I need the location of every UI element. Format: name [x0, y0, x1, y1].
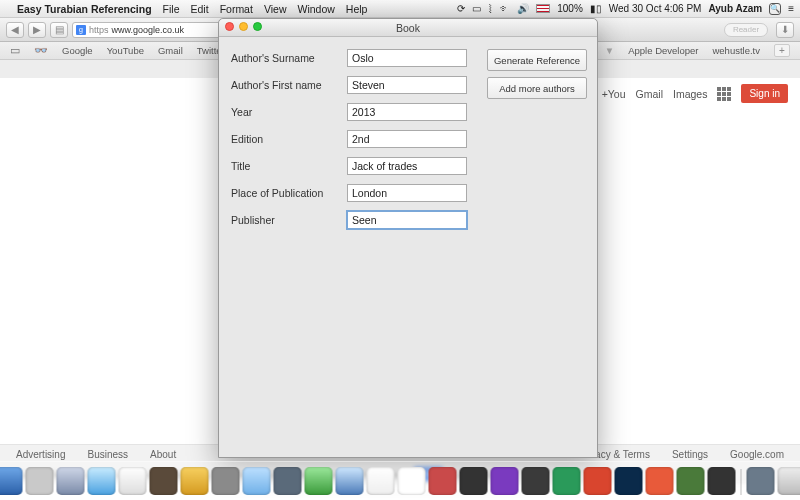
dock-app-icon-9[interactable] — [677, 467, 705, 495]
reader-button[interactable]: Reader — [724, 23, 768, 37]
footer-settings[interactable]: Settings — [672, 449, 708, 460]
dock-app-icon-5[interactable] — [522, 467, 550, 495]
dock-app-icon-10[interactable] — [708, 467, 736, 495]
minimize-window-button[interactable] — [239, 22, 248, 31]
reading-list-icon[interactable]: 👓 — [34, 44, 48, 57]
menu-window[interactable]: Window — [297, 3, 334, 15]
dock-trash-icon[interactable] — [778, 467, 801, 495]
footer-google-com[interactable]: Google.com — [730, 449, 784, 460]
volume-icon[interactable]: 🔊 — [517, 3, 529, 14]
dock-app-icon-3[interactable] — [429, 467, 457, 495]
dock — [0, 461, 800, 499]
dock-notes-icon[interactable] — [181, 467, 209, 495]
wifi-icon[interactable]: ᯤ — [500, 3, 510, 14]
flag-uk-icon[interactable] — [536, 4, 550, 13]
dock-app-icon-7[interactable] — [584, 467, 612, 495]
google-favicon-icon: g — [76, 25, 86, 35]
app-name[interactable]: Easy Turabian Referencing — [17, 3, 152, 15]
place-label: Place of Publication — [231, 187, 347, 199]
dock-skype-icon[interactable] — [367, 467, 395, 495]
url-text: www.google.co.uk — [112, 25, 185, 35]
menubar-status: ⟳ ▭ ⦚ ᯤ 🔊 100% ▮▯ Wed 30 Oct 4:06 PM Ayu… — [457, 3, 794, 15]
footer-advertising[interactable]: Advertising — [16, 449, 65, 460]
firstname-label: Author's First name — [231, 79, 347, 91]
dock-app-icon-8[interactable] — [646, 467, 674, 495]
dock-ical-icon[interactable] — [119, 467, 147, 495]
menu-help[interactable]: Help — [346, 3, 368, 15]
display-icon[interactable]: ▭ — [472, 3, 481, 14]
dock-app-icon-2[interactable] — [305, 467, 333, 495]
year-input[interactable] — [347, 103, 467, 121]
clock[interactable]: Wed 30 Oct 4:06 PM — [609, 3, 702, 14]
year-label: Year — [231, 106, 347, 118]
images-link[interactable]: Images — [673, 88, 707, 100]
sign-in-button[interactable]: Sign in — [741, 84, 788, 103]
apps-grid-icon[interactable] — [717, 87, 731, 101]
bookmark-gmail[interactable]: Gmail — [158, 45, 183, 56]
menu-file[interactable]: File — [163, 3, 180, 15]
dock-safari-icon[interactable] — [88, 467, 116, 495]
edition-input[interactable] — [347, 130, 467, 148]
notification-center-icon[interactable]: ≡ — [788, 3, 794, 14]
bookmark-apple-dev[interactable]: Apple Developer — [628, 45, 698, 56]
surname-label: Author's Surname — [231, 52, 347, 64]
place-input[interactable] — [347, 184, 467, 202]
dock-facetime-icon[interactable] — [274, 467, 302, 495]
plus-you-link[interactable]: +You — [602, 88, 626, 100]
surname-input[interactable] — [347, 49, 467, 67]
window-titlebar[interactable]: Book — [219, 19, 597, 37]
menu-view[interactable]: View — [264, 3, 287, 15]
sync-icon[interactable]: ⟳ — [457, 3, 465, 14]
bookmark-wehustle[interactable]: wehustle.tv — [712, 45, 760, 56]
dock-app-icon[interactable] — [26, 467, 54, 495]
close-window-button[interactable] — [225, 22, 234, 31]
footer-about[interactable]: About — [150, 449, 176, 460]
generate-reference-button[interactable]: Generate Reference — [487, 49, 587, 71]
dock-photoshop-icon[interactable] — [615, 467, 643, 495]
dock-messages-icon[interactable] — [243, 467, 271, 495]
google-header: +You Gmail Images Sign in — [602, 84, 788, 103]
title-input[interactable] — [347, 157, 467, 175]
bookmark-youtube[interactable]: YouTube — [107, 45, 144, 56]
publisher-label: Publisher — [231, 214, 347, 226]
forward-button[interactable]: ▶ — [28, 22, 46, 38]
dock-separator — [741, 469, 742, 495]
user-name[interactable]: Ayub Azam — [708, 3, 762, 14]
add-bookmark-button[interactable]: + — [774, 44, 790, 57]
gmail-link[interactable]: Gmail — [636, 88, 663, 100]
firstname-input[interactable] — [347, 76, 467, 94]
dock-preview-icon[interactable] — [212, 467, 240, 495]
download-button[interactable]: ⬇ — [776, 22, 794, 38]
https-label: https — [89, 25, 109, 35]
dock-app-icon-6[interactable] — [553, 467, 581, 495]
dock-downloads-icon[interactable] — [747, 467, 775, 495]
battery-text[interactable]: 100% — [557, 3, 583, 14]
dock-finder-icon[interactable] — [0, 467, 23, 495]
footer-business[interactable]: Business — [87, 449, 128, 460]
zoom-window-button[interactable] — [253, 22, 262, 31]
dock-calendar-icon[interactable] — [398, 467, 426, 495]
battery-icon[interactable]: ▮▯ — [590, 3, 602, 14]
dock-terminal-icon[interactable] — [460, 467, 488, 495]
bookmarks-button[interactable]: ▤ — [50, 22, 68, 38]
title-label: Title — [231, 160, 347, 172]
mac-menubar: Easy Turabian Referencing File Edit Form… — [0, 0, 800, 18]
menu-format[interactable]: Format — [220, 3, 253, 15]
traffic-lights — [225, 22, 262, 31]
dock-app-icon-4[interactable] — [491, 467, 519, 495]
bookmark-google[interactable]: Google — [62, 45, 93, 56]
add-more-authors-button[interactable]: Add more authors — [487, 77, 587, 99]
dock-appstore-icon[interactable] — [336, 467, 364, 495]
spotlight-icon[interactable]: 🔍 — [769, 3, 781, 15]
dock-mail-icon[interactable] — [57, 467, 85, 495]
dock-contacts-icon[interactable] — [150, 467, 178, 495]
menu-edit[interactable]: Edit — [191, 3, 209, 15]
window-title: Book — [396, 22, 420, 34]
book-reference-window: Book Generate Reference Add more authors… — [218, 18, 598, 458]
edition-label: Edition — [231, 133, 347, 145]
back-button[interactable]: ◀ — [6, 22, 24, 38]
publisher-input[interactable] — [347, 211, 467, 229]
divider-icon: ⦚ — [488, 3, 493, 14]
bookmarks-icon[interactable]: ▭ — [10, 44, 20, 57]
